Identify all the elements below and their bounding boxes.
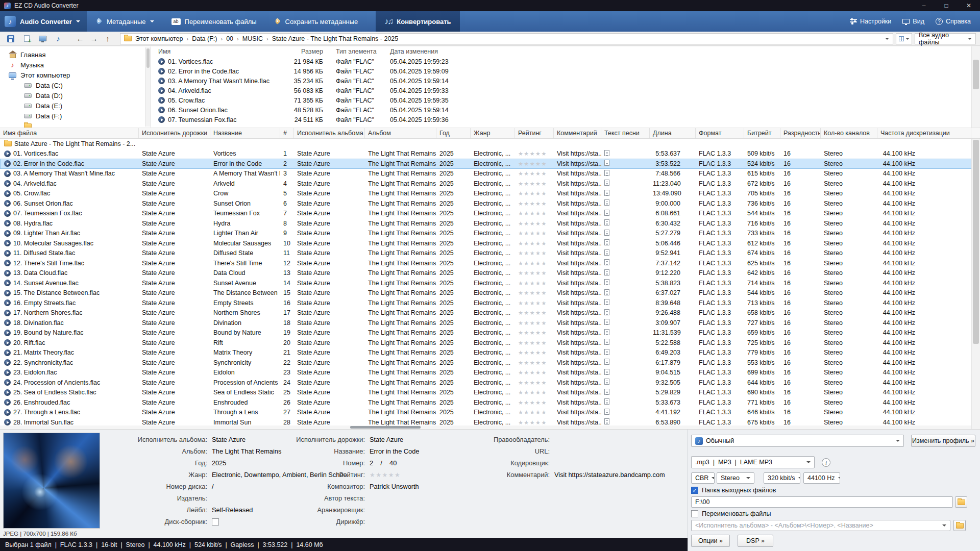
track-row[interactable]: 16. Empty Streets.flacState AzureEmpty S… [0,298,980,308]
help-button[interactable]: ? Справка [930,11,976,32]
breadcrumb-segment[interactable]: MUSIC [239,35,266,42]
rating-stars-icon[interactable]: ★★★★★ [518,419,547,425]
track-row[interactable]: 12. There's Still Time.flacState AzureTh… [0,258,980,268]
rating-stars-icon[interactable]: ★★★★★ [518,300,547,306]
track-column-header[interactable]: Кол-во каналов [821,128,877,138]
rating-stars-icon[interactable]: ★★★★★ [518,230,547,236]
album-art[interactable] [3,433,100,529]
track-column-header[interactable]: Исполнитель альбома [294,128,365,138]
filelist-column-header[interactable]: Размер [279,48,323,55]
rating-stars-icon[interactable]: ★★★★★ [518,250,547,256]
lyrics-document-icon[interactable] [604,230,609,236]
rating-stars-icon[interactable]: ★★★★★ [518,389,547,395]
lyrics-document-icon[interactable] [604,150,609,156]
track-column-header[interactable]: Год [436,128,471,138]
lyrics-document-icon[interactable] [604,259,609,265]
rating-stars-icon[interactable]: ★★★★★ [518,290,547,296]
lyrics-document-icon[interactable] [604,279,609,285]
back-button[interactable]: ← [75,33,86,44]
track-row[interactable]: 01. Vortices.flacState AzureVortices1Sta… [0,149,980,159]
lyrics-document-icon[interactable] [604,219,609,226]
track-column-header[interactable]: Битрейт [744,128,780,138]
track-row[interactable]: 17. Northern Shores.flacState AzureNorth… [0,308,980,318]
file-row[interactable]: 06. Sunset Orion.flac48 528 КБФайл "FLAC… [151,105,980,115]
lyrics-document-icon[interactable] [604,160,609,166]
rating-stars-icon[interactable]: ★★★★★ [518,310,547,316]
lyrics-document-icon[interactable] [604,210,609,216]
lyrics-document-icon[interactable] [604,398,609,405]
rating-stars-icon[interactable]: ★★★★★ [518,220,547,227]
scrollbar-thumb[interactable] [146,48,150,68]
name-pattern-input[interactable]: <Исполнитель альбома> - <Альбом>\<Номер>… [691,520,950,531]
track-column-header[interactable]: Исполнитель дорожки [139,128,210,138]
metadata-value[interactable]: State Azure [370,436,403,443]
track-row[interactable]: 10. Molecular Sausages.flacState AzureMo… [0,238,980,248]
bitrate-mode-select[interactable]: CBR [691,472,715,484]
lyrics-document-icon[interactable] [604,239,609,245]
rating-stars-icon[interactable]: ★★★★★ [518,380,547,386]
chevron-down-icon[interactable] [885,38,889,40]
convert-button[interactable]: ♪♫ Конвертировать [376,11,459,32]
track-column-header[interactable]: Формат [696,128,744,138]
save-button[interactable] [4,33,17,44]
track-row[interactable]: 03. A Memory That Wasn't Mine.flacState … [0,169,980,179]
rating-stars-icon[interactable]: ★★★★★ [518,170,547,177]
lyrics-document-icon[interactable] [604,299,609,305]
track-row[interactable]: 24. Procession of Ancients.flacState Azu… [0,378,980,388]
info-icon[interactable]: i [822,458,830,467]
rating-stars-icon[interactable]: ★★★★★ [518,270,547,276]
rating-stars-icon[interactable]: ★★★★★ [518,409,547,415]
bitrate-select[interactable]: 320 kbit/s [764,472,800,484]
tree-item[interactable]: Data (E:) [0,101,151,111]
file-row[interactable]: 05. Crow.flac71 355 КБФайл "FLAC"05.04.2… [151,95,980,105]
add-file-button[interactable] [20,33,33,44]
lyrics-document-icon[interactable] [604,329,609,335]
close-button[interactable]: ✕ [958,0,980,11]
rating-stars-icon[interactable]: ★★★★★ [370,471,401,479]
filelist-column-header[interactable]: Имя [151,48,279,55]
lyrics-document-icon[interactable] [604,409,609,415]
track-column-header[interactable]: Рейтинг [515,128,554,138]
breadcrumb-segment[interactable]: Data (F:) [189,35,220,42]
file-row[interactable]: 07. Teumessian Fox.flac24 511 КБФайл "FL… [151,115,980,124]
rating-stars-icon[interactable]: ★★★★★ [518,151,547,157]
tree-item[interactable]: ♪Музыка [0,60,151,70]
scrollbar-thumb[interactable] [973,140,979,344]
metadata-value[interactable]: State Azure [212,436,246,443]
breadcrumb-segment[interactable]: Этот компьютер [132,35,186,42]
audio-button[interactable]: ♪ [52,33,65,44]
rating-stars-icon[interactable]: ★★★★★ [518,161,547,167]
lyrics-document-icon[interactable] [604,309,609,315]
output-format-select[interactable]: .mp3 | MP3 | LAME MP3 [691,456,815,468]
scrollbar-thumb[interactable] [973,60,979,89]
change-profile-button[interactable]: Изменить профиль » [911,435,975,447]
track-column-header[interactable]: Название [210,128,280,138]
track-row[interactable]: 09. Lighter Than Air.flacState AzureLigh… [0,229,980,239]
scrollbar-thumb[interactable] [350,426,421,429]
track-column-header[interactable]: # [280,128,294,138]
tree-item[interactable]: Этот компьютер [0,70,151,80]
track-row[interactable]: 23. Eidolon.flacState AzureEidolon23Stat… [0,368,980,378]
app-menu-button[interactable]: ♪ Audio Converter [0,11,87,32]
metadata-value[interactable]: Visit https://stateazure.bandcamp.com [554,471,665,479]
rating-stars-icon[interactable]: ★★★★★ [518,320,547,326]
track-row[interactable]: 18. Divination.flacState AzureDivination… [0,318,980,328]
compilation-checkbox[interactable] [212,518,219,525]
track-row[interactable]: 04. Arkveld.flacState AzureArkveld4State… [0,179,980,189]
maximize-button[interactable]: □ [935,0,958,11]
track-row[interactable]: 27. Through a Lens.flacState AzureThroug… [0,408,980,418]
metadata-value[interactable]: The Light That Remains [212,447,281,455]
lyrics-document-icon[interactable] [604,389,609,395]
save-metadata-button[interactable]: Сохранить метаданные [265,11,367,32]
rating-stars-icon[interactable]: ★★★★★ [518,360,547,366]
file-row[interactable]: 04. Arkveld.flac56 083 КБФайл "FLAC"05.0… [151,86,980,95]
lyrics-document-icon[interactable] [604,180,609,186]
track-row[interactable]: 21. Matrix Theory.flacState AzureMatrix … [0,348,980,358]
tree-item[interactable]: Data (D:) [0,90,151,101]
track-row[interactable]: 07. Teumessian Fox.flacState AzureTeumes… [0,209,980,219]
display-button[interactable] [36,33,49,44]
minimize-button[interactable]: – [913,0,935,11]
folder-row[interactable]: State Azure - The Light That Remains - 2… [0,139,980,149]
address-bar[interactable]: Этот компьютер›Data (F:)›00›MUSIC›State … [120,33,893,44]
track-column-header[interactable]: Разрядность [780,128,821,138]
